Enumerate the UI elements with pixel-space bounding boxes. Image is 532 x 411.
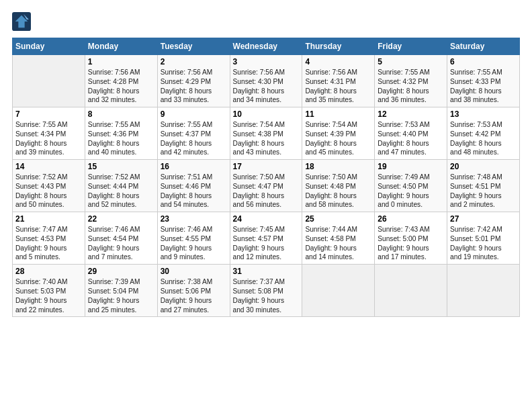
weekday-header-monday: Monday (85, 38, 157, 55)
day-number: 27 (450, 214, 517, 224)
day-info: Sunrise: 7:50 AMSunset: 4:47 PMDaylight:… (233, 173, 300, 210)
calendar-cell: 27Sunrise: 7:42 AMSunset: 5:01 PMDayligh… (447, 212, 520, 265)
calendar-cell: 4Sunrise: 7:56 AMSunset: 4:31 PMDaylight… (302, 55, 375, 107)
calendar-cell: 31Sunrise: 7:37 AMSunset: 5:08 PMDayligh… (230, 265, 302, 317)
weekday-header-row: SundayMondayTuesdayWednesdayThursdayFrid… (13, 38, 520, 55)
calendar-cell: 17Sunrise: 7:50 AMSunset: 4:47 PMDayligh… (230, 160, 302, 212)
day-number: 4 (305, 57, 371, 66)
day-info: Sunrise: 7:46 AMSunset: 4:54 PMDaylight:… (88, 225, 154, 262)
calendar-cell (447, 265, 520, 317)
day-info: Sunrise: 7:47 AMSunset: 4:53 PMDaylight:… (15, 225, 82, 262)
calendar-cell: 21Sunrise: 7:47 AMSunset: 4:53 PMDayligh… (13, 212, 85, 265)
day-info: Sunrise: 7:53 AMSunset: 4:42 PMDaylight:… (450, 120, 517, 157)
day-number: 23 (161, 214, 227, 224)
calendar-cell: 3Sunrise: 7:56 AMSunset: 4:30 PMDaylight… (230, 55, 302, 107)
calendar-cell: 9Sunrise: 7:55 AMSunset: 4:37 PMDaylight… (157, 107, 230, 160)
calendar-cell: 28Sunrise: 7:40 AMSunset: 5:03 PMDayligh… (13, 265, 85, 317)
day-number: 25 (305, 214, 371, 224)
day-number: 12 (378, 109, 444, 119)
day-info: Sunrise: 7:52 AMSunset: 4:43 PMDaylight:… (15, 173, 82, 210)
weekday-header-wednesday: Wednesday (230, 38, 302, 55)
day-info: Sunrise: 7:44 AMSunset: 4:58 PMDaylight:… (305, 225, 371, 262)
calendar-cell: 23Sunrise: 7:46 AMSunset: 4:55 PMDayligh… (157, 212, 230, 265)
weekday-header-friday: Friday (375, 38, 447, 55)
day-info: Sunrise: 7:37 AMSunset: 5:08 PMDaylight:… (233, 277, 300, 314)
calendar-cell: 2Sunrise: 7:56 AMSunset: 4:29 PMDaylight… (157, 55, 230, 107)
calendar-cell (375, 265, 447, 317)
day-number: 17 (233, 162, 300, 171)
calendar-cell: 20Sunrise: 7:48 AMSunset: 4:51 PMDayligh… (447, 160, 520, 212)
day-number: 9 (161, 109, 227, 119)
calendar-cell: 22Sunrise: 7:46 AMSunset: 4:54 PMDayligh… (85, 212, 157, 265)
calendar-cell: 19Sunrise: 7:49 AMSunset: 4:50 PMDayligh… (375, 160, 447, 212)
calendar-cell: 14Sunrise: 7:52 AMSunset: 4:43 PMDayligh… (13, 160, 85, 212)
day-info: Sunrise: 7:53 AMSunset: 4:40 PMDaylight:… (378, 120, 444, 157)
day-number: 10 (233, 109, 300, 119)
day-info: Sunrise: 7:55 AMSunset: 4:33 PMDaylight:… (450, 68, 517, 105)
day-info: Sunrise: 7:55 AMSunset: 4:36 PMDaylight:… (88, 120, 154, 157)
calendar-cell: 29Sunrise: 7:39 AMSunset: 5:04 PMDayligh… (85, 265, 157, 317)
calendar-cell: 15Sunrise: 7:52 AMSunset: 4:44 PMDayligh… (85, 160, 157, 212)
day-number: 15 (88, 162, 154, 171)
calendar-cell: 11Sunrise: 7:54 AMSunset: 4:39 PMDayligh… (302, 107, 375, 160)
day-number: 24 (233, 214, 300, 224)
day-number: 20 (450, 162, 517, 171)
day-info: Sunrise: 7:54 AMSunset: 4:39 PMDaylight:… (305, 120, 371, 157)
day-info: Sunrise: 7:56 AMSunset: 4:30 PMDaylight:… (233, 68, 300, 105)
day-info: Sunrise: 7:54 AMSunset: 4:38 PMDaylight:… (233, 120, 300, 157)
day-info: Sunrise: 7:43 AMSunset: 5:00 PMDaylight:… (378, 225, 444, 262)
day-info: Sunrise: 7:56 AMSunset: 4:28 PMDaylight:… (88, 68, 154, 105)
calendar-cell: 7Sunrise: 7:55 AMSunset: 4:34 PMDaylight… (13, 107, 85, 160)
day-number: 5 (378, 57, 444, 66)
week-row-1: 1Sunrise: 7:56 AMSunset: 4:28 PMDaylight… (13, 55, 520, 107)
day-info: Sunrise: 7:38 AMSunset: 5:06 PMDaylight:… (161, 277, 227, 314)
day-info: Sunrise: 7:49 AMSunset: 4:50 PMDaylight:… (378, 173, 444, 210)
day-number: 26 (378, 214, 444, 224)
day-number: 16 (161, 162, 227, 171)
week-row-5: 28Sunrise: 7:40 AMSunset: 5:03 PMDayligh… (13, 265, 520, 317)
weekday-header-tuesday: Tuesday (157, 38, 230, 55)
week-row-4: 21Sunrise: 7:47 AMSunset: 4:53 PMDayligh… (13, 212, 520, 265)
day-number: 29 (88, 267, 154, 276)
day-info: Sunrise: 7:51 AMSunset: 4:46 PMDaylight:… (161, 173, 227, 210)
calendar-cell: 10Sunrise: 7:54 AMSunset: 4:38 PMDayligh… (230, 107, 302, 160)
day-info: Sunrise: 7:40 AMSunset: 5:03 PMDaylight:… (15, 277, 82, 314)
logo-icon (12, 12, 31, 31)
calendar-table: SundayMondayTuesdayWednesdayThursdayFrid… (12, 38, 520, 317)
week-row-3: 14Sunrise: 7:52 AMSunset: 4:43 PMDayligh… (13, 160, 520, 212)
calendar-cell: 12Sunrise: 7:53 AMSunset: 4:40 PMDayligh… (375, 107, 447, 160)
day-info: Sunrise: 7:55 AMSunset: 4:34 PMDaylight:… (15, 120, 82, 157)
day-number: 30 (161, 267, 227, 276)
day-info: Sunrise: 7:39 AMSunset: 5:04 PMDaylight:… (88, 277, 154, 314)
header (12, 12, 520, 31)
day-number: 8 (88, 109, 154, 119)
calendar-cell (302, 265, 375, 317)
day-info: Sunrise: 7:55 AMSunset: 4:32 PMDaylight:… (378, 68, 444, 105)
calendar-cell: 5Sunrise: 7:55 AMSunset: 4:32 PMDaylight… (375, 55, 447, 107)
day-number: 13 (450, 109, 517, 119)
day-number: 7 (15, 109, 82, 119)
calendar-cell: 13Sunrise: 7:53 AMSunset: 4:42 PMDayligh… (447, 107, 520, 160)
week-row-2: 7Sunrise: 7:55 AMSunset: 4:34 PMDaylight… (13, 107, 520, 160)
calendar-cell: 24Sunrise: 7:45 AMSunset: 4:57 PMDayligh… (230, 212, 302, 265)
calendar-cell: 30Sunrise: 7:38 AMSunset: 5:06 PMDayligh… (157, 265, 230, 317)
day-number: 1 (88, 57, 154, 66)
day-number: 28 (15, 267, 82, 276)
day-info: Sunrise: 7:50 AMSunset: 4:48 PMDaylight:… (305, 173, 371, 210)
page: SundayMondayTuesdayWednesdayThursdayFrid… (0, 0, 532, 324)
weekday-header-thursday: Thursday (302, 38, 375, 55)
day-info: Sunrise: 7:56 AMSunset: 4:29 PMDaylight:… (161, 68, 227, 105)
day-number: 31 (233, 267, 300, 276)
day-number: 11 (305, 109, 371, 119)
day-info: Sunrise: 7:45 AMSunset: 4:57 PMDaylight:… (233, 225, 300, 262)
calendar-cell: 26Sunrise: 7:43 AMSunset: 5:00 PMDayligh… (375, 212, 447, 265)
day-number: 6 (450, 57, 517, 66)
day-number: 3 (233, 57, 300, 66)
calendar-cell: 25Sunrise: 7:44 AMSunset: 4:58 PMDayligh… (302, 212, 375, 265)
calendar-cell: 6Sunrise: 7:55 AMSunset: 4:33 PMDaylight… (447, 55, 520, 107)
day-number: 21 (15, 214, 82, 224)
calendar-cell: 1Sunrise: 7:56 AMSunset: 4:28 PMDaylight… (85, 55, 157, 107)
day-number: 19 (378, 162, 444, 171)
logo (12, 12, 34, 31)
day-number: 18 (305, 162, 371, 171)
